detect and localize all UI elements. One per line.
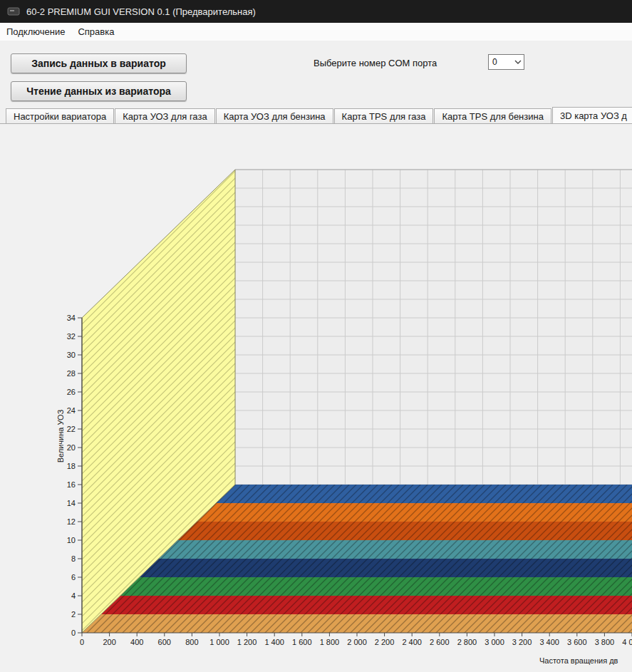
com-port-select[interactable]: 0 xyxy=(488,54,524,70)
window-title: 60-2 PREMIUM GUI VERSION 0.1 (Предварите… xyxy=(26,6,256,17)
tab-page-3d-uoz xyxy=(0,123,632,672)
tab-uoz-map-petrol[interactable]: Карта УОЗ для бензина xyxy=(216,108,333,123)
tab-uoz-map-gas[interactable]: Карта УОЗ для газа xyxy=(115,108,214,123)
menu-help[interactable]: Справка xyxy=(71,23,120,41)
tab-variator-settings[interactable]: Настройки вариатора xyxy=(6,108,114,123)
write-data-button[interactable]: Запись данных в вариатор xyxy=(11,53,187,73)
app-window: 60-2 PREMIUM GUI VERSION 0.1 (Предварите… xyxy=(0,0,632,672)
com-port-value: 0 xyxy=(489,57,512,67)
tab-tps-map-petrol[interactable]: Карта TPS для бензина xyxy=(434,108,551,123)
menu-bar: Подключение Справка xyxy=(0,23,632,41)
read-data-button[interactable]: Чтение данных из вариатора xyxy=(11,81,187,101)
tab-tps-map-gas[interactable]: Карта TPS для газа xyxy=(334,108,434,123)
chevron-down-icon xyxy=(512,60,524,65)
tab-strip: Настройки вариатора Карта УОЗ для газа К… xyxy=(0,107,632,123)
tab-3d-uoz-map[interactable]: 3D карта УОЗ д xyxy=(552,107,632,123)
menu-connection[interactable]: Подключение xyxy=(0,23,71,41)
com-port-label: Выберите номер COM порта xyxy=(314,58,437,68)
title-bar: 60-2 PREMIUM GUI VERSION 0.1 (Предварите… xyxy=(0,0,632,23)
app-icon xyxy=(7,6,20,16)
